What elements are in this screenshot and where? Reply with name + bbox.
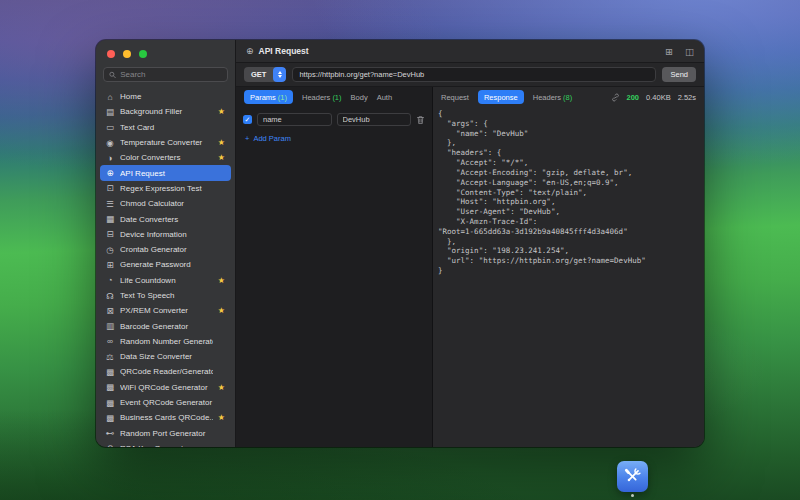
- tab-response-view[interactable]: Response: [478, 90, 524, 104]
- sidebar-item-data-size-converter[interactable]: ⚖Data Size Converter★: [100, 349, 231, 364]
- star-icon: ★: [218, 153, 225, 162]
- tab-auth[interactable]: Auth: [377, 93, 392, 102]
- star-icon: ★: [218, 383, 225, 392]
- sidebar: ⌂Home★▤Background Filler★▭Text Card★◉Tem…: [96, 40, 236, 447]
- sidebar-list: ⌂Home★▤Background Filler★▭Text Card★◉Tem…: [96, 88, 235, 447]
- grid-view-icon[interactable]: ⊞: [665, 46, 673, 57]
- sidebar-item-label: Event QRCode Generator: [120, 398, 213, 407]
- search-icon: [109, 71, 116, 79]
- sidebar-item-label: Data Size Converter: [120, 352, 213, 361]
- dock-running-indicator: [631, 494, 634, 497]
- sidebar-item-label: RSA Key Generator: [120, 444, 213, 447]
- status-code: 200: [627, 93, 640, 102]
- trash-icon: [416, 115, 425, 125]
- response-size: 0.40KB: [646, 93, 671, 102]
- sidebar-item-rsa-key-generator[interactable]: ⊙RSA Key Generator★: [100, 441, 231, 447]
- add-param-button[interactable]: + Add Param: [245, 134, 423, 143]
- speech-icon: ☊: [105, 291, 115, 301]
- thermometer-icon: ◉: [105, 138, 115, 148]
- sidebar-item-random-number-generator[interactable]: ∞Random Number Generator★: [100, 334, 231, 349]
- method-stepper-icon[interactable]: [273, 67, 286, 82]
- sidebar-item-label: Barcode Generator: [120, 322, 213, 331]
- star-icon: ★: [218, 276, 225, 285]
- search-input[interactable]: [120, 70, 222, 79]
- home-icon: ⌂: [105, 92, 115, 102]
- sidebar-item-label: Home: [120, 92, 213, 101]
- business-card-qrcode-icon: ▩: [105, 413, 115, 423]
- method-select[interactable]: GET: [244, 67, 286, 82]
- devtools-dock-icon[interactable]: [617, 461, 648, 492]
- sidebar-item-label: Text Card: [120, 123, 213, 132]
- sidebar-item-background-filler[interactable]: ▤Background Filler★: [100, 104, 231, 119]
- sidebar-item-wifi-qrcode-generator[interactable]: ▩WiFi QRCode Generator★: [100, 380, 231, 395]
- clock-icon: ◷: [105, 245, 115, 255]
- star-icon: ★: [218, 138, 225, 147]
- param-enabled-checkbox[interactable]: ✓: [243, 115, 252, 124]
- search-field[interactable]: [103, 67, 228, 82]
- tab-response-headers[interactable]: Headers (8): [533, 93, 573, 102]
- key-icon: ⊙: [105, 443, 115, 447]
- tab-request-headers[interactable]: Headers (1): [302, 93, 342, 102]
- param-row: ✓: [243, 113, 425, 126]
- palette-icon: ◑: [105, 153, 115, 163]
- sidebar-item-life-countdown[interactable]: ◔Life Countdown★: [100, 273, 231, 288]
- sidebar-item-temperature-converter[interactable]: ◉Temperature Converter★: [100, 135, 231, 150]
- wifi-qrcode-icon: ▩: [105, 382, 115, 392]
- sidebar-item-label: QRCode Reader/Generator: [120, 367, 213, 376]
- request-tabs: Params (1) Headers (1) Body Auth: [236, 87, 432, 107]
- scale-icon: ⚖: [105, 352, 115, 362]
- sidebar-item-qrcode-reader-generator[interactable]: ▩QRCode Reader/Generator★: [100, 364, 231, 379]
- param-value-input[interactable]: [337, 113, 412, 126]
- text-card-icon: ▭: [105, 122, 115, 132]
- tab-request-view[interactable]: Request: [441, 93, 469, 102]
- sidebar-item-random-port-generator[interactable]: ⊷Random Port Generator★: [100, 426, 231, 441]
- star-icon: ★: [218, 107, 225, 116]
- zoom-window-button[interactable]: [139, 50, 147, 58]
- param-key-input[interactable]: [257, 113, 332, 126]
- response-headers-count-badge: (8): [563, 93, 572, 102]
- sidebar-item-text-to-speech[interactable]: ☊Text To Speech★: [100, 288, 231, 303]
- traffic-lights: [96, 40, 235, 62]
- sidebar-item-api-request[interactable]: ⊕API Request★: [100, 165, 231, 180]
- sidebar-item-label: Random Port Generator: [120, 429, 213, 438]
- sidebar-item-date-converters[interactable]: ▦Date Converters★: [100, 211, 231, 226]
- sidebar-item-crontab-generator[interactable]: ◷Crontab Generator★: [100, 242, 231, 257]
- url-input[interactable]: [292, 67, 656, 82]
- link-icon: [611, 93, 620, 102]
- sidebar-item-business-cards-qrcode[interactable]: ▩Business Cards QRCode...★: [100, 410, 231, 425]
- sidebar-item-home[interactable]: ⌂Home★: [100, 89, 231, 104]
- sidebar-item-text-card[interactable]: ▭Text Card★: [100, 120, 231, 135]
- sidebar-item-px-rem-converter[interactable]: ⊠PX/REM Converter★: [100, 303, 231, 318]
- send-button[interactable]: Send: [662, 67, 696, 82]
- tab-body[interactable]: Body: [351, 93, 368, 102]
- sidebar-item-device-information[interactable]: ⊟Device Information★: [100, 227, 231, 242]
- sidebar-item-chmod-calculator[interactable]: ☰Chmod Calculator★: [100, 196, 231, 211]
- globe-icon: ⊕: [105, 168, 115, 178]
- sidebar-item-regex-expression-test[interactable]: ⊡Regex Expression Test★: [100, 181, 231, 196]
- sidebar-item-generate-password[interactable]: ⊞Generate Password★: [100, 257, 231, 272]
- sidebar-item-label: Text To Speech: [120, 291, 213, 300]
- params-count-badge: (1): [278, 93, 287, 102]
- password-field-icon: ⊞: [105, 260, 115, 270]
- response-body[interactable]: { "args": { "name": "DevHub" }, "headers…: [433, 107, 704, 447]
- sidebar-item-barcode-generator[interactable]: ▥Barcode Generator★: [100, 318, 231, 333]
- sidebar-item-color-converters[interactable]: ◑Color Converters★: [100, 150, 231, 165]
- sidebar-item-label: Business Cards QRCode...: [120, 413, 213, 422]
- toggle-panel-icon[interactable]: ◫: [685, 46, 694, 57]
- close-window-button[interactable]: [107, 50, 115, 58]
- sidebar-item-label: Regex Expression Test: [120, 184, 213, 193]
- sidebar-item-event-qrcode-generator[interactable]: ▩Event QRCode Generator★: [100, 395, 231, 410]
- main-content: ⊕ API Request ⊞ ◫ GET Send: [236, 40, 704, 447]
- star-icon: ★: [218, 413, 225, 422]
- api-request-icon: ⊕: [246, 46, 254, 56]
- method-label: GET: [244, 70, 273, 79]
- request-bar: GET Send: [236, 63, 704, 87]
- minimize-window-button[interactable]: [123, 50, 131, 58]
- tab-params[interactable]: Params (1): [244, 90, 293, 104]
- qrcode-icon: ▩: [105, 367, 115, 377]
- port-icon: ⊷: [105, 428, 115, 438]
- delete-param-button[interactable]: [416, 115, 425, 125]
- request-config-panel: Params (1) Headers (1) Body Auth ✓: [236, 87, 433, 447]
- image-fill-icon: ▤: [105, 107, 115, 117]
- response-time: 2.52s: [678, 93, 696, 102]
